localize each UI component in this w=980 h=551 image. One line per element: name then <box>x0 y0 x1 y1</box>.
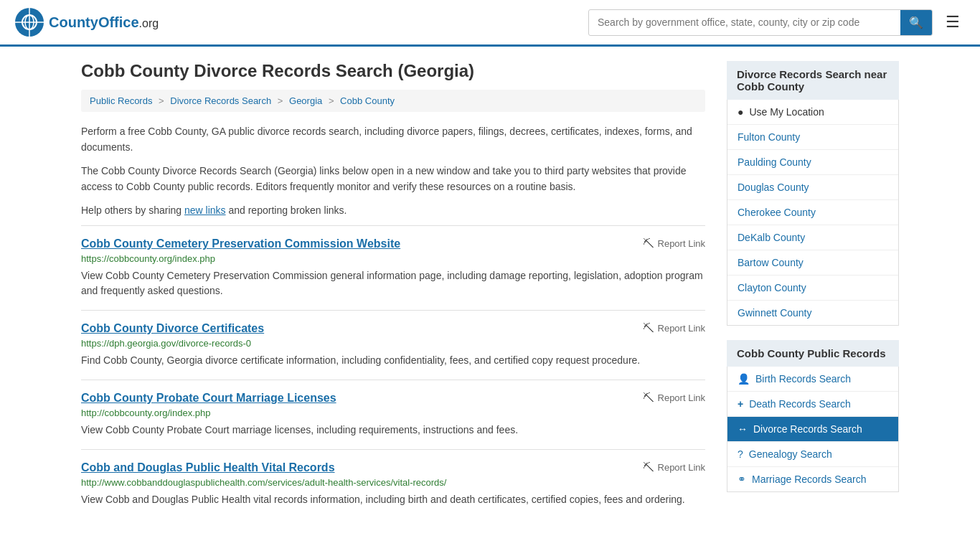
report-link-3[interactable]: ⛏ Report Link <box>643 392 705 405</box>
result-url-2: https://dph.georgia.gov/divorce-records-… <box>81 338 705 349</box>
marriage-records-link[interactable]: ⚭ Marriage Records Search <box>727 467 898 491</box>
question-icon: ? <box>738 448 743 460</box>
gwinnett-county-link[interactable]: Gwinnett County <box>727 301 898 325</box>
breadcrumb: Public Records > Divorce Records Search … <box>81 90 705 112</box>
description-1: Perform a free Cobb County, GA public di… <box>81 123 705 156</box>
breadcrumb-georgia[interactable]: Georgia <box>289 95 322 106</box>
location-icon: ● <box>738 106 743 118</box>
report-icon-4: ⛏ <box>643 461 654 474</box>
dekalb-county-link[interactable]: DeKalb County <box>727 225 898 250</box>
sidebar-nearby-list: ● Use My Location Fulton County Paulding… <box>727 100 899 326</box>
result-url-1: https://cobbcounty.org/index.php <box>81 253 705 264</box>
report-link-2[interactable]: ⛏ Report Link <box>643 322 705 335</box>
header-right: 🔍 ☰ <box>588 9 966 36</box>
clayton-county-link[interactable]: Clayton County <box>727 276 898 300</box>
report-link-4[interactable]: ⛏ Report Link <box>643 461 705 474</box>
sidebar-item-birth[interactable]: 👤 Birth Records Search <box>727 367 898 392</box>
result-desc-1: View Cobb County Cemetery Preservation C… <box>81 268 705 298</box>
search-bar: 🔍 <box>588 9 933 36</box>
sidebar-item-dekalb[interactable]: DeKalb County <box>727 225 898 250</box>
result-desc-2: Find Cobb County, Georgia divorce certif… <box>81 353 705 368</box>
death-records-link[interactable]: + Death Records Search <box>727 392 898 416</box>
bartow-county-link[interactable]: Bartow County <box>727 250 898 275</box>
report-icon-3: ⛏ <box>643 392 654 405</box>
result-item: Cobb and Douglas Public Health Vital Rec… <box>81 449 705 519</box>
birth-records-link[interactable]: 👤 Birth Records Search <box>727 367 898 391</box>
breadcrumb-cobb-county[interactable]: Cobb County <box>340 95 395 106</box>
sidebar-item-use-location[interactable]: ● Use My Location <box>727 100 898 125</box>
sidebar-item-bartow[interactable]: Bartow County <box>727 250 898 276</box>
sidebar: Divorce Records Search near Cobb County … <box>727 61 899 519</box>
sidebar-records-heading: Cobb County Public Records <box>727 340 899 367</box>
logo-area: CountyOffice.org <box>14 7 159 37</box>
result-item: Cobb County Divorce Certificates ⛏ Repor… <box>81 310 705 380</box>
person-icon: 👤 <box>738 373 750 385</box>
result-title-1[interactable]: Cobb County Cemetery Preservation Commis… <box>81 237 400 250</box>
logo-icon <box>14 7 44 37</box>
logo-text: CountyOffice.org <box>49 14 159 31</box>
sidebar-nearby-section: Divorce Records Search near Cobb County … <box>727 61 899 326</box>
report-icon-2: ⛏ <box>643 322 654 335</box>
genealogy-link[interactable]: ? Genealogy Search <box>727 442 898 466</box>
new-links-link[interactable]: new links <box>184 204 226 216</box>
page-container: Cobb County Divorce Records Search (Geor… <box>60 47 920 533</box>
result-desc-3: View Cobb County Probate Court marriage … <box>81 423 705 438</box>
ring-icon: ⚭ <box>738 474 746 485</box>
description-3: Help others by sharing new links and rep… <box>81 202 705 218</box>
sidebar-item-gwinnett[interactable]: Gwinnett County <box>727 301 898 325</box>
report-link-1[interactable]: ⛏ Report Link <box>643 237 705 250</box>
description-2: The Cobb County Divorce Records Search (… <box>81 163 705 195</box>
result-item: Cobb County Probate Court Marriage Licen… <box>81 380 705 449</box>
douglas-county-link[interactable]: Douglas County <box>727 175 898 199</box>
sidebar-item-douglas[interactable]: Douglas County <box>727 175 898 200</box>
sidebar-records-list: 👤 Birth Records Search + Death Records S… <box>727 367 899 492</box>
sidebar-item-clayton[interactable]: Clayton County <box>727 276 898 301</box>
search-input[interactable] <box>589 11 900 34</box>
report-icon-1: ⛏ <box>643 237 654 250</box>
cherokee-county-link[interactable]: Cherokee County <box>727 200 898 225</box>
result-title-3[interactable]: Cobb County Probate Court Marriage Licen… <box>81 392 336 405</box>
search-button[interactable]: 🔍 <box>900 10 932 35</box>
sidebar-item-death[interactable]: + Death Records Search <box>727 392 898 417</box>
result-desc-4: View Cobb and Douglas Public Health vita… <box>81 492 705 507</box>
sidebar-item-paulding[interactable]: Paulding County <box>727 150 898 175</box>
cross-icon: + <box>738 398 743 410</box>
sidebar-item-genealogy[interactable]: ? Genealogy Search <box>727 442 898 467</box>
result-item: Cobb County Cemetery Preservation Commis… <box>81 225 705 310</box>
page-title: Cobb County Divorce Records Search (Geor… <box>81 61 705 81</box>
divorce-records-link[interactable]: ↔ Divorce Records Search <box>727 417 898 441</box>
result-url-4: http://www.cobbanddouglaspublichealth.co… <box>81 477 705 488</box>
arrow-icon: ↔ <box>738 423 748 435</box>
sidebar-item-cherokee[interactable]: Cherokee County <box>727 200 898 225</box>
breadcrumb-divorce-records[interactable]: Divorce Records Search <box>170 95 271 106</box>
sidebar-item-marriage[interactable]: ⚭ Marriage Records Search <box>727 467 898 491</box>
sidebar-records-section: Cobb County Public Records 👤 Birth Recor… <box>727 340 899 492</box>
result-title-2[interactable]: Cobb County Divorce Certificates <box>81 322 264 335</box>
result-title-4[interactable]: Cobb and Douglas Public Health Vital Rec… <box>81 461 335 474</box>
site-header: CountyOffice.org 🔍 ☰ <box>0 0 980 47</box>
main-content: Cobb County Divorce Records Search (Geor… <box>81 61 705 519</box>
result-url-3: http://cobbcounty.org/index.php <box>81 408 705 418</box>
sidebar-nearby-heading: Divorce Records Search near Cobb County <box>727 61 899 100</box>
use-location-link[interactable]: ● Use My Location <box>727 100 898 124</box>
fulton-county-link[interactable]: Fulton County <box>727 125 898 149</box>
paulding-county-link[interactable]: Paulding County <box>727 150 898 174</box>
menu-button[interactable]: ☰ <box>940 10 966 34</box>
sidebar-item-divorce[interactable]: ↔ Divorce Records Search <box>727 417 898 442</box>
breadcrumb-public-records[interactable]: Public Records <box>90 95 152 106</box>
sidebar-item-fulton[interactable]: Fulton County <box>727 125 898 150</box>
